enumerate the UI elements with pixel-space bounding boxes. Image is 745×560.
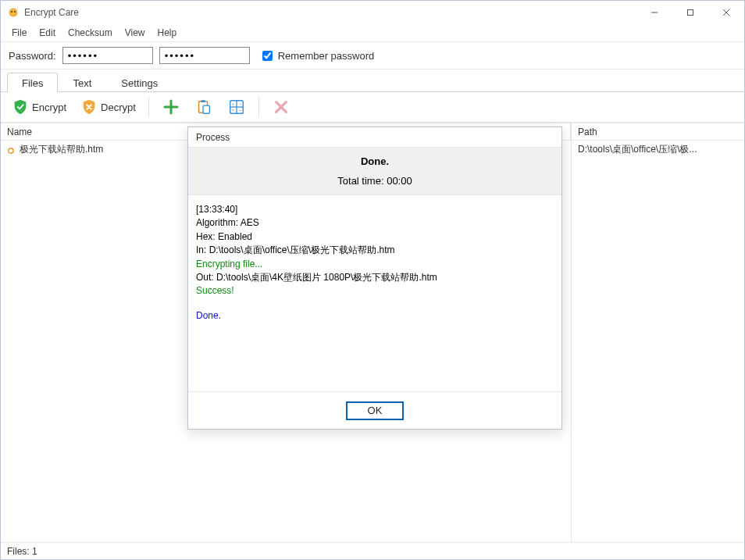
menubar: File Edit Checksum View Help [1,24,744,41]
log-hex: Hex: Enabled [196,230,554,244]
remember-password-text: Remember password [278,50,375,62]
svg-text:+: + [232,102,234,106]
decrypt-button[interactable]: Decrypt [76,95,141,119]
minimize-button[interactable] [636,1,672,24]
svg-point-16 [9,148,13,152]
dialog-footer: OK [188,391,561,429]
tab-settings[interactable]: Settings [106,73,173,92]
statusbar: Files: 1 [1,542,744,559]
log-encrypting: Encrypting file... [196,258,554,271]
toolbar: Encrypt Decrypt [1,91,744,123]
dialog-header: Done. Total time: 00:00 [188,148,561,195]
tab-files[interactable]: Files [7,73,58,92]
menu-checksum[interactable]: Checksum [62,26,119,40]
log-out: Out: D:\tools\桌面\4K壁纸图片 1080P\极光下载站帮助.ht… [196,271,554,284]
dialog-title: Process [188,127,561,148]
svg-point-1 [14,11,16,12]
file-name: 极光下载站帮助.htm [20,143,103,156]
log-success: Success! [196,284,554,298]
remember-password-checkbox[interactable] [262,51,273,61]
svg-rect-8 [203,105,209,113]
remember-password-label[interactable]: Remember password [259,48,375,63]
log-algorithm: Algorithm: AES [196,216,554,230]
log-timestamp: [13:33:40] [196,203,554,216]
shield-x-icon [80,98,98,116]
calculator-icon: + − × ÷ [227,98,246,116]
toolbar-separator [148,97,149,117]
ok-button[interactable]: OK [346,401,404,420]
svg-text:−: − [239,102,241,106]
clipboard-icon [194,98,213,116]
window-controls [636,1,744,24]
status-files: Files: 1 [7,546,37,557]
app-title: Encrypt Care [24,7,636,18]
plus-icon [162,98,180,116]
tab-text[interactable]: Text [58,73,106,92]
paste-button[interactable] [190,95,218,119]
process-dialog: Process Done. Total time: 00:00 [13:33:4… [187,127,562,430]
titlebar: Encrypt Care [1,1,744,24]
dialog-log: [13:33:40] Algorithm: AES Hex: Enabled I… [188,195,561,391]
path-column: Path D:\tools\桌面\office\压缩\极... [571,123,744,542]
encrypt-button[interactable]: Encrypt [7,95,71,119]
decrypt-label: Decrypt [101,102,136,113]
x-icon [272,98,291,116]
menu-view[interactable]: View [119,26,151,40]
menu-file[interactable]: File [5,26,33,40]
password-input-2[interactable] [159,47,250,64]
app-icon [7,6,20,19]
svg-text:×: × [232,108,234,112]
dialog-total-time: Total time: 00:00 [196,175,554,187]
add-button[interactable] [157,95,185,119]
column-header-path[interactable]: Path [572,123,744,141]
dialog-done-label: Done. [196,155,554,167]
password-bar: Password: Remember password [1,41,744,70]
path-row[interactable]: D:\tools\桌面\office\压缩\极... [572,141,744,159]
svg-point-0 [11,11,12,12]
file-status-icon [7,146,15,154]
menu-help[interactable]: Help [151,26,184,40]
encrypt-label: Encrypt [32,102,66,113]
svg-text:÷: ÷ [239,108,241,112]
svg-rect-3 [688,10,693,16]
file-path: D:\tools\桌面\office\压缩\极... [578,143,697,156]
path-rows: D:\tools\桌面\office\压缩\极... [572,141,744,542]
tabbar: Files Text Settings [1,70,744,91]
toolbar-separator-2 [258,97,259,117]
app-window: Encrypt Care File Edit Checksum View Hel… [0,0,745,560]
log-in: In: D:\tools\桌面\office\压缩\极光下载站帮助.htm [196,244,554,257]
password-label: Password: [9,50,56,62]
calc-button[interactable]: + − × ÷ [223,95,251,119]
log-done: Done. [196,309,554,323]
shield-check-icon [12,98,29,116]
password-input-1[interactable] [62,47,153,64]
menu-edit[interactable]: Edit [33,26,62,40]
maximize-button[interactable] [672,1,708,24]
close-button[interactable] [708,1,744,24]
remove-button[interactable] [267,95,295,119]
svg-rect-7 [201,100,205,102]
